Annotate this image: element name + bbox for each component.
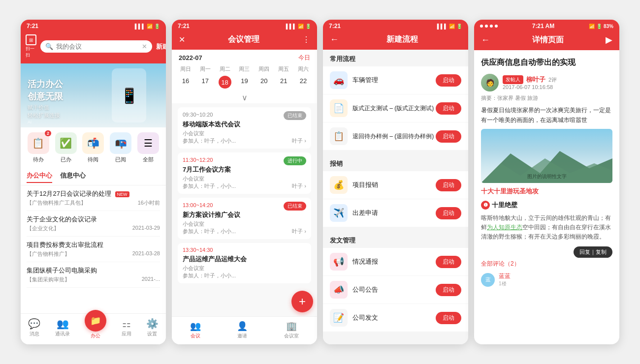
screen3-newflow: 7:21 ▌▌▌ 📶 🔋 ← 新建流程 常用流程 🚗 车辆管理 启动 — [323, 20, 468, 344]
s3-header: ← 新建流程 — [323, 31, 468, 50]
apps-icon: ⚏ — [122, 318, 131, 330]
flow-item-format[interactable]: 📄 版式正文测试 – (版式正文测试) 启动 — [323, 94, 468, 122]
flow-item-doc-send[interactable]: 📝 公司发文 启动 — [323, 304, 468, 332]
s1-list: 关于12月27日会议记录的处理 NEW 【广告物料推广工具包】 16小时前 关于… — [21, 185, 166, 313]
all-comments-link[interactable]: 全部评论（2） — [481, 260, 612, 268]
clear-icon[interactable]: ✕ — [142, 43, 147, 50]
flow-item-announcement[interactable]: 📣 公司公告 启动 — [323, 276, 468, 303]
list-item[interactable]: 关于12月27日会议记录的处理 NEW 【广告物料推广工具包】 16小时前 — [27, 185, 160, 211]
section-title-expense: 报销 — [323, 154, 468, 171]
start-button-expense[interactable]: 启动 — [436, 179, 461, 191]
section-title-common: 常用流程 — [323, 50, 468, 66]
calendar-section: 2022-07 今日 周日 周一 周二 周三 周四 周五 周六 16 17 18… — [172, 50, 317, 103]
event-badge: 已结束 — [284, 111, 306, 120]
battery-icon: 🔋 — [305, 24, 311, 29]
list-item[interactable]: 集团纵横子公司电脑采购 【集团采购审批】 2021-... — [27, 262, 160, 288]
icon-yiyue[interactable]: 📭 已阅 — [110, 132, 131, 163]
forward-button[interactable]: ▶ — [606, 34, 612, 45]
back-button[interactable]: ← — [330, 34, 339, 45]
wifi-icon: 📶 — [147, 24, 153, 29]
flow-item-return[interactable]: 📋 退回待办样例 – (退回待办样例) 启动 — [323, 122, 468, 150]
new-button[interactable]: 新建 — [156, 42, 166, 51]
divider — [323, 151, 468, 154]
search-icon: 🔍 — [45, 43, 53, 50]
expand-calendar-button[interactable]: ∨ — [172, 92, 317, 103]
new-badge: NEW — [115, 191, 129, 197]
event-badge: 已结束 — [284, 202, 306, 211]
event-item[interactable]: 13:30~14:30 产品运维产品运维大会 小会议室 参加人：叶子，小小... — [178, 243, 311, 283]
flow-item-travel[interactable]: ✈️ 出差申请 启动 — [323, 199, 468, 227]
event-item[interactable]: 09:30~10:20 已结束 移动端版本迭代会议 小会议室 参加人：叶子，小小… — [178, 107, 311, 149]
nav-contacts[interactable]: 👥 通讯录 — [55, 318, 70, 339]
section-header: ❶ 十里绝壁 — [481, 199, 612, 212]
nav-meeting[interactable]: 👥 会议 — [190, 321, 201, 339]
search-input[interactable] — [56, 43, 139, 50]
divider — [323, 227, 468, 231]
wifi-icon: 📶 — [449, 24, 455, 29]
page-title: 供应商信息自动带出的实现 — [481, 57, 612, 68]
s2-status-icons: ▌▌▌ 📶 🔋 — [286, 24, 311, 29]
list-item[interactable]: 项目费投标费支出审批流程 【广告物料推广】 2021-03-28 — [27, 237, 160, 262]
more-button[interactable]: ⋮ — [302, 35, 310, 44]
search-bar[interactable]: 🔍 ✕ — [40, 40, 152, 53]
nav-room[interactable]: 🏢 会议室 — [284, 321, 299, 339]
s2-bottom-nav: 👥 会议 👤 邀请 🏢 会议室 — [172, 316, 317, 344]
yiban-icon: ✅ — [55, 132, 77, 154]
s4-content: 供应商信息自动带出的实现 🧑 发帖人 柳叶子 2评 2017-06-07 10:… — [474, 50, 619, 344]
icon-quanbu[interactable]: ☰ 全部 — [137, 132, 159, 163]
s1-icons-row: 📋 2 待办 ✅ 已办 📬 待阅 📭 已阅 ☰ 全部 — [21, 127, 166, 168]
scan-button[interactable]: ⊞ 扫一扫 — [26, 34, 36, 59]
return-icon: 📋 — [330, 127, 348, 145]
s2-header: ✕ 会议管理 ⋮ — [172, 31, 317, 50]
scan-icon: ⊞ — [26, 34, 36, 45]
start-button-announcement[interactable]: 启动 — [436, 284, 461, 296]
start-button-format[interactable]: 启动 — [436, 102, 461, 115]
meeting-icon: 👥 — [190, 321, 201, 332]
battery-icon: 🔋 — [596, 24, 602, 29]
s4-status-bar: 7:21 AM 📶 🔋 83% — [474, 20, 619, 31]
section-title-doc: 发文管理 — [323, 231, 468, 248]
dates-row: 16 17 18 19 20 21 22 — [172, 74, 317, 92]
flow-item-report[interactable]: 📢 情况通报 启动 — [323, 248, 468, 275]
fab-add-button[interactable]: + — [291, 291, 313, 312]
s3-title: 新建流程 — [343, 34, 461, 45]
announcement-icon: 📣 — [330, 281, 348, 299]
nav-messages[interactable]: 💬 消息 — [28, 318, 40, 339]
event-item[interactable]: 13:00~14:20 已结束 新方案设计推广会议 小会议室 参加人：叶子，小小… — [178, 198, 311, 239]
tab-info[interactable]: 信息中心 — [60, 171, 86, 183]
author-info: 发帖人 柳叶子 2评 2017-06-07 10:16:58 — [503, 75, 612, 90]
banner-text: 活力办公 创意无限 赋干价值 轻松扩展连接 — [28, 78, 63, 119]
s4-dots — [480, 25, 498, 28]
nav-work[interactable]: 📁 办公 — [85, 318, 106, 339]
start-button-report[interactable]: 启动 — [436, 256, 461, 268]
icon-daiban[interactable]: 📋 2 待办 — [28, 132, 49, 163]
flow-item-car[interactable]: 🚗 车辆管理 启动 — [323, 66, 468, 94]
nav-settings[interactable]: ⚙️ 设置 — [146, 318, 159, 339]
signal-icon: ▌▌▌ — [135, 24, 145, 29]
tags-row: 摘要：张家界 暑假 旅游 — [481, 94, 612, 102]
flow-item-project-expense[interactable]: 💰 项目报销 启动 — [323, 171, 468, 199]
list-item[interactable]: 关于企业文化的会议记录 【企业文化】 2021-03-29 — [27, 211, 160, 237]
battery-icon: 🔋 — [154, 24, 160, 29]
nav-invite[interactable]: 👤 邀请 — [237, 321, 248, 339]
dot2 — [485, 25, 488, 28]
back-button[interactable]: ← — [481, 35, 490, 45]
start-button-doc[interactable]: 启动 — [436, 312, 461, 324]
start-button-car[interactable]: 启动 — [436, 74, 461, 87]
icon-yiban[interactable]: ✅ 已办 — [55, 132, 77, 163]
icon-daiyue[interactable]: 📬 待阅 — [82, 132, 104, 163]
start-button-return[interactable]: 启动 — [436, 130, 461, 143]
banner-sub: 赋干价值 轻松扩展连接 — [28, 104, 63, 119]
banner-tag: Ai — [28, 120, 32, 124]
s4-status-icons: 📶 🔋 83% — [589, 24, 613, 29]
dot1 — [480, 25, 483, 28]
event-badge: 进行中 — [284, 156, 306, 165]
link-title[interactable]: 十大十里游玩圣地攻 — [481, 187, 612, 196]
close-button[interactable]: ✕ — [179, 35, 185, 44]
nav-apps[interactable]: ⚏ 应用 — [122, 318, 131, 339]
tab-office[interactable]: 办公中心 — [27, 171, 52, 183]
body-text: 喀斯特地貌大山，立于云间的雄伟壮观的青山；有鲜为人知原生态空中田园；有自由自在穿… — [481, 213, 612, 242]
start-button-travel[interactable]: 启动 — [436, 207, 461, 219]
reply-copy-button[interactable]: 回复｜复制 — [574, 246, 612, 258]
event-item[interactable]: 11:30~12:20 进行中 7月工作会议方案 小会议室 参加人：叶子，小小.… — [178, 152, 311, 194]
